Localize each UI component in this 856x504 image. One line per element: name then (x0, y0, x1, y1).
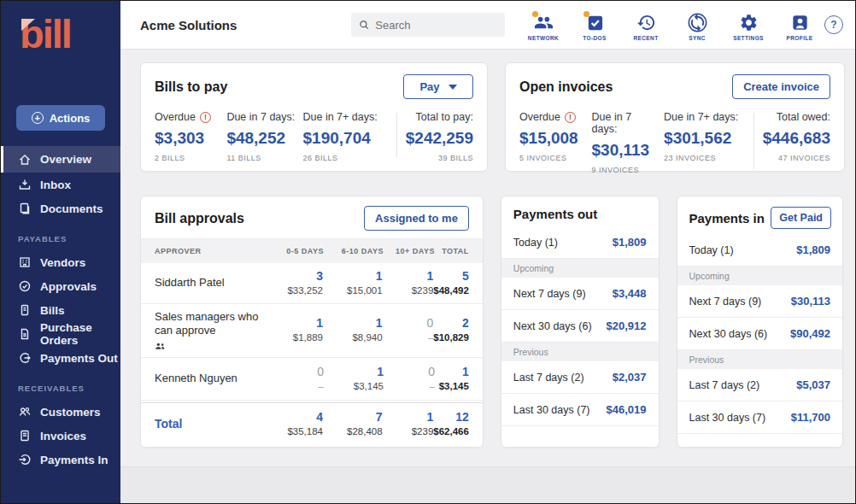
period-label: Next 30 days (6) (513, 320, 592, 332)
sidebar-item-bills[interactable]: Bills (1, 298, 120, 322)
list-item: Today (1) $1,809 (677, 234, 843, 267)
approver-name: Sales managers who can approve (155, 310, 272, 338)
stat-value[interactable]: $301,562 (664, 129, 745, 148)
approvals-table-body: Siddarth Patel 3$33,252 1$15,001 1$239 5… (141, 263, 483, 402)
actions-button[interactable]: + Actions (16, 105, 105, 131)
stat-sub: 11 BILLS (226, 154, 296, 162)
home-icon (18, 153, 32, 167)
payments-in-title: Payments in (689, 211, 765, 226)
search-box[interactable] (351, 13, 505, 37)
amount-link[interactable]: $20,912 (607, 319, 647, 332)
stat-value[interactable]: $15,008 (519, 129, 585, 148)
amount-link[interactable]: $2,037 (613, 371, 647, 384)
arrow-out-circle-icon (18, 351, 32, 365)
upcoming-section-header: Upcoming (501, 259, 659, 278)
amount-link[interactable]: $90,492 (790, 327, 830, 340)
period-label: Next 30 days (6) (689, 328, 768, 340)
stat-label: Due in 7+ days: (664, 111, 738, 123)
amount: $15,001 (347, 284, 383, 297)
count: 0 (317, 365, 324, 379)
recent-button[interactable]: RECENT (626, 9, 665, 41)
previous-section-header: Previous (501, 343, 659, 361)
bill-logo[interactable]: bill (1, 1, 120, 64)
sidebar-item-label: Bills (40, 304, 65, 317)
total-label[interactable]: Total (155, 417, 272, 432)
period-label: Today (1) (513, 237, 558, 249)
pay-button[interactable]: Pay (403, 74, 473, 99)
amount-link[interactable]: $1,809 (613, 236, 647, 249)
bill-approvals-card: Bill approvals Assigned to me APPROVER 0… (140, 196, 484, 448)
people-icon (18, 405, 32, 419)
stat-label: Total owed: (777, 111, 830, 123)
create-invoice-button[interactable]: Create invoice (732, 74, 830, 99)
stat-value[interactable]: $48,252 (226, 129, 296, 148)
count: 0 (428, 365, 435, 379)
sidebar-item-label: Inbox (40, 179, 71, 191)
search-input[interactable] (375, 19, 497, 32)
sidebar-item-documents[interactable]: Documents (1, 196, 120, 220)
approvals-total-row: Total 4$35,184 7$28,408 1$239 12$62,466 (141, 402, 483, 447)
amount-link[interactable]: $46,019 (607, 403, 647, 416)
todos-button[interactable]: TO-DOS (575, 9, 614, 41)
sidebar-item-invoices[interactable]: Invoices (1, 424, 120, 448)
amount: $35,184 (287, 425, 323, 438)
list-item: Next 30 days (6) $90,492 (677, 318, 843, 350)
stat-value[interactable]: $242,259 (406, 129, 473, 148)
column-header: 6-10 DAYS (324, 247, 384, 255)
logo-fold-decoration (21, 19, 35, 31)
amount-link[interactable]: $30,113 (791, 295, 830, 308)
sidebar-item-vendors[interactable]: Vendors (1, 250, 120, 274)
count: 2 (462, 316, 469, 331)
inbox-icon (18, 178, 32, 191)
payables-section-header: PAYABLES (1, 220, 120, 250)
assigned-to-me-button[interactable]: Assigned to me (364, 206, 469, 231)
amount: $8,940 (352, 331, 382, 344)
period-label: Last 30 days (7) (513, 404, 590, 416)
sidebar-item-payments-out[interactable]: Payments Out (1, 346, 120, 370)
stat-value[interactable]: $446,683 (763, 129, 830, 148)
network-button[interactable]: NETWORK (524, 9, 563, 41)
sidebar-item-label: Approvals (40, 280, 97, 293)
sync-button[interactable]: SYNC (677, 9, 717, 41)
get-paid-button[interactable]: Get Paid (771, 207, 831, 229)
stat-label: Total to pay: (416, 111, 473, 123)
settings-gear-icon (739, 13, 759, 32)
stat-value[interactable]: $190,704 (303, 129, 388, 148)
amount-link[interactable]: $3,448 (613, 287, 647, 300)
stat-due-7plus: Due in 7+ days: $301,562 23 INVOICES (664, 111, 752, 174)
settings-button[interactable]: SETTINGS (729, 9, 768, 41)
stat-overdue: Overdue! $15,008 5 INVOICES (519, 111, 592, 174)
sidebar-item-label: Invoices (40, 430, 86, 442)
stat-sub: 9 INVOICES (592, 166, 658, 174)
overdue-alert-icon: ! (565, 112, 576, 123)
sidebar-item-approvals[interactable]: Approvals (1, 274, 120, 298)
sidebar-item-inbox[interactable]: Inbox (1, 173, 120, 196)
help-button[interactable]: ? (824, 15, 843, 34)
sidebar-item-payments-in[interactable]: Payments In (1, 448, 120, 472)
sync-label: SYNC (689, 35, 706, 41)
sidebar-item-overview[interactable]: Overview (1, 146, 120, 173)
sidebar-item-purchase-orders[interactable]: Purchase Orders (1, 322, 120, 346)
amount-link[interactable]: $11,700 (791, 411, 830, 424)
column-header: 0-5 DAYS (273, 247, 324, 255)
sidebar-item-customers[interactable]: Customers (1, 400, 120, 424)
header-icon-group: NETWORK TO-DOS RECENT SYNC SETTINGS (524, 9, 819, 41)
profile-button[interactable]: PROFILE (780, 9, 819, 41)
table-row[interactable]: Siddarth Patel 3$33,252 1$15,001 1$239 5… (141, 263, 483, 304)
amount-link[interactable]: $5,037 (796, 378, 830, 391)
table-row[interactable]: Sales managers who can approve 1$1,889 1… (141, 304, 483, 358)
stat-due-7plus: Due in 7+ days: $190,704 26 BILLS (303, 111, 395, 162)
previous-section-header: Previous (677, 350, 843, 369)
amount-link[interactable]: $1,809 (796, 243, 830, 256)
table-row[interactable]: Kenneth Nguyen 0– 1$3,145 0– 1$3,145 (141, 358, 483, 401)
open-invoices-card: Open invoices Create invoice Overdue! $1… (505, 62, 845, 172)
sidebar-item-label: Payments Out (40, 352, 118, 365)
count: 5 (462, 269, 469, 284)
stat-value[interactable]: $3,303 (155, 129, 220, 148)
stat-label: Due in 7 days: (226, 111, 295, 123)
column-header: APPROVER (155, 247, 273, 255)
stat-value[interactable]: $30,113 (592, 141, 658, 160)
vertical-divider (753, 113, 754, 169)
app-screen: bill + Actions Overview Inbox Documents … (0, 0, 856, 504)
recent-icon (636, 13, 656, 32)
